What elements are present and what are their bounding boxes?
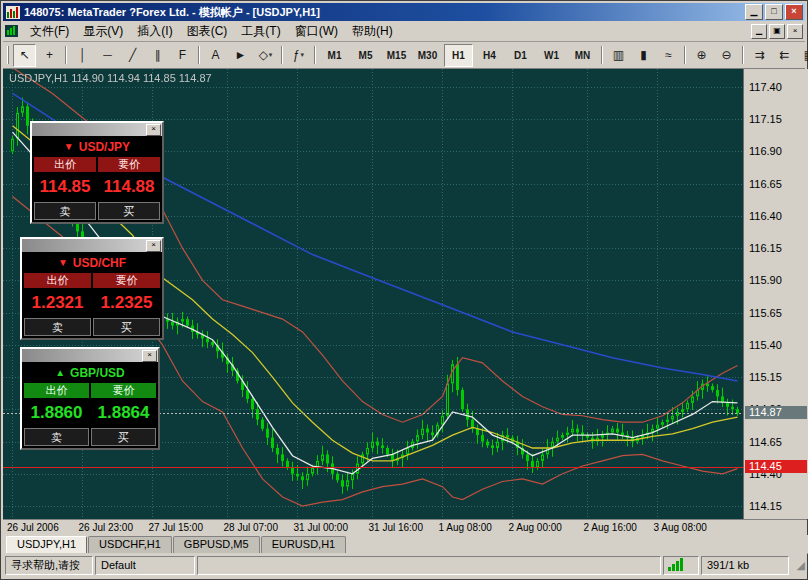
price-tick-label: 115.90 bbox=[749, 274, 782, 286]
price-tick-label: 115.40 bbox=[749, 339, 782, 351]
buy-button[interactable]: 买 bbox=[91, 428, 156, 446]
crosshair-tool[interactable]: + bbox=[38, 44, 61, 67]
quote-window-usdjpy[interactable]: × ▼ USD/JPY 出价 要价 114.85 114.88 卖 买 bbox=[30, 121, 164, 224]
close-icon[interactable]: × bbox=[142, 350, 157, 362]
quote-window-gbpusd[interactable]: × ▲ GBP/USD 出价 要价 1.8860 1.8864 卖 买 bbox=[20, 347, 160, 450]
menu-help[interactable]: 帮助(H) bbox=[345, 21, 400, 42]
time-tick-label: 1 Aug 08:00 bbox=[439, 522, 492, 533]
bid-label: 出价 bbox=[24, 273, 91, 288]
timeframe-m5[interactable]: M5 bbox=[351, 44, 380, 67]
child-restore-button[interactable]: ▣ bbox=[769, 24, 785, 39]
price-tick-label: 116.15 bbox=[749, 242, 782, 254]
shapes-dropdown[interactable]: ◇▾ bbox=[254, 44, 277, 67]
zoom-in[interactable]: ⊕ bbox=[690, 44, 713, 67]
timeframe-h4[interactable]: H4 bbox=[475, 44, 504, 67]
sell-button[interactable]: 卖 bbox=[24, 428, 89, 446]
toolbar-separator bbox=[684, 46, 686, 64]
ask-price: 114.88 bbox=[98, 174, 160, 200]
chart-shift[interactable]: ⇇ bbox=[773, 44, 796, 67]
time-tick-label: 27 Jul 15:00 bbox=[149, 522, 204, 533]
bar-chart-mode[interactable]: ▥ bbox=[607, 44, 630, 67]
maximize-button[interactable]: □ bbox=[765, 4, 783, 20]
status-help: 寻求帮助,请按 bbox=[5, 556, 93, 575]
timeframe-m15[interactable]: M15 bbox=[382, 44, 411, 67]
tab-usdjpy-h1[interactable]: USDJPY,H1 bbox=[6, 536, 87, 553]
menu-file[interactable]: 文件(F) bbox=[23, 21, 76, 42]
trend-down-icon: ▼ bbox=[64, 141, 74, 152]
price-tick-label: 114.15 bbox=[749, 500, 782, 512]
price-tick-label: 117.15 bbox=[749, 113, 782, 125]
child-minimize-button[interactable]: ▁ bbox=[751, 24, 767, 39]
toolbar-separator bbox=[198, 46, 200, 64]
zoom-out[interactable]: ⊖ bbox=[715, 44, 738, 67]
timeframe-w1[interactable]: W1 bbox=[537, 44, 566, 67]
chart-document-icon bbox=[5, 24, 21, 38]
buy-button[interactable]: 买 bbox=[98, 202, 160, 220]
arrows-tool[interactable]: ► bbox=[229, 44, 252, 67]
metatrader-window: 148075: MetaTrader ?Forex Ltd. - 模拟帐户 - … bbox=[0, 0, 808, 580]
menu-window[interactable]: 窗口(W) bbox=[288, 21, 345, 42]
vertical-line-tool[interactable]: │ bbox=[71, 44, 94, 67]
sell-button[interactable]: 卖 bbox=[34, 202, 96, 220]
line-chart-mode[interactable]: ≈ bbox=[657, 44, 680, 67]
sell-button[interactable]: 卖 bbox=[24, 318, 91, 336]
trend-up-icon: ▲ bbox=[55, 367, 65, 378]
price-tick-label: 116.90 bbox=[749, 145, 782, 157]
trendline-tool[interactable]: ╱ bbox=[121, 44, 144, 67]
menu-insert[interactable]: 插入(I) bbox=[130, 21, 179, 42]
price-tick-label: 115.15 bbox=[749, 371, 782, 383]
quote-window-title-bar[interactable]: × bbox=[22, 239, 162, 252]
window-title: 148075: MetaTrader ?Forex Ltd. - 模拟帐户 - … bbox=[24, 5, 743, 20]
candlestick-mode[interactable]: ▮ bbox=[632, 44, 655, 67]
tab-eurusd-h1[interactable]: EURUSD,H1 bbox=[261, 536, 347, 553]
close-icon[interactable]: × bbox=[146, 124, 161, 136]
quote-window-title-bar[interactable]: × bbox=[22, 349, 158, 362]
timeframe-m30[interactable]: M30 bbox=[413, 44, 442, 67]
resize-grip[interactable]: ◢ bbox=[791, 559, 805, 572]
quote-window-title-bar[interactable]: × bbox=[32, 123, 162, 136]
new-chart-window[interactable]: ▦ bbox=[798, 44, 808, 67]
auto-scroll[interactable]: ⇉ bbox=[748, 44, 771, 67]
toolbar-grip[interactable] bbox=[7, 46, 9, 64]
indicators-dropdown[interactable]: ƒ▾ bbox=[287, 44, 310, 67]
ask-price: 1.2325 bbox=[93, 290, 160, 316]
quote-symbol: USD/JPY bbox=[79, 140, 130, 154]
close-button[interactable]: × bbox=[785, 4, 803, 20]
status-message bbox=[197, 556, 661, 575]
equidistant-channel-tool[interactable]: ∥ bbox=[146, 44, 169, 67]
menu-charts[interactable]: 图表(C) bbox=[180, 21, 235, 42]
timeframe-d1[interactable]: D1 bbox=[506, 44, 535, 67]
close-icon[interactable]: × bbox=[146, 240, 161, 252]
timeframe-mn[interactable]: MN bbox=[568, 44, 597, 67]
horizontal-line-tool[interactable]: ─ bbox=[96, 44, 119, 67]
minimize-button[interactable]: ▁ bbox=[745, 4, 763, 20]
time-axis[interactable]: 26 Jul 200626 Jul 23:0027 Jul 15:0028 Ju… bbox=[3, 519, 807, 536]
quote-window-usdchf[interactable]: × ▼ USD/CHF 出价 要价 1.2321 1.2325 卖 买 bbox=[20, 237, 164, 340]
tab-gbpusd-m5[interactable]: GBPUSD,M5 bbox=[173, 536, 260, 553]
red-line-price-tag: 114.45 bbox=[745, 460, 807, 473]
status-traffic: 391/1 kb bbox=[701, 556, 789, 575]
menu-bar: 文件(F)显示(V)插入(I)图表(C)工具(T)窗口(W)帮助(H) ▁ ▣ … bbox=[3, 21, 805, 42]
time-tick-label: 2 Aug 00:00 bbox=[509, 522, 562, 533]
title-bar[interactable]: 148075: MetaTrader ?Forex Ltd. - 模拟帐户 - … bbox=[3, 3, 805, 21]
buy-button[interactable]: 买 bbox=[93, 318, 160, 336]
menu-view[interactable]: 显示(V) bbox=[76, 21, 130, 42]
price-axis[interactable]: 117.40117.15116.90116.65116.40116.15115.… bbox=[743, 69, 808, 519]
ask-label: 要价 bbox=[98, 157, 160, 172]
fibonacci-tool[interactable]: F bbox=[171, 44, 194, 67]
bid-label: 出价 bbox=[24, 383, 89, 398]
tab-usdchf-h1[interactable]: USDCHF,H1 bbox=[88, 536, 172, 553]
timeframe-m1[interactable]: M1 bbox=[320, 44, 349, 67]
price-tick-label: 116.65 bbox=[749, 178, 782, 190]
toolbar: ↖+│─╱∥FA►◇▾ƒ▾M1M5M15M30H1H4D1W1MN▥▮≈⊕⊖⇉⇇… bbox=[3, 42, 805, 69]
timeframe-h1[interactable]: H1 bbox=[444, 44, 473, 67]
cursor-tool[interactable]: ↖ bbox=[13, 44, 36, 67]
text-tool[interactable]: A bbox=[204, 44, 227, 67]
bid-price: 1.8860 bbox=[24, 400, 89, 426]
menu-tools[interactable]: 工具(T) bbox=[234, 21, 287, 42]
child-close-button[interactable]: × bbox=[787, 24, 803, 39]
toolbar-separator bbox=[601, 46, 603, 64]
status-profile[interactable]: Default bbox=[95, 556, 195, 575]
time-tick-label: 31 Jul 16:00 bbox=[369, 522, 424, 533]
time-tick-label: 26 Jul 2006 bbox=[7, 522, 59, 533]
